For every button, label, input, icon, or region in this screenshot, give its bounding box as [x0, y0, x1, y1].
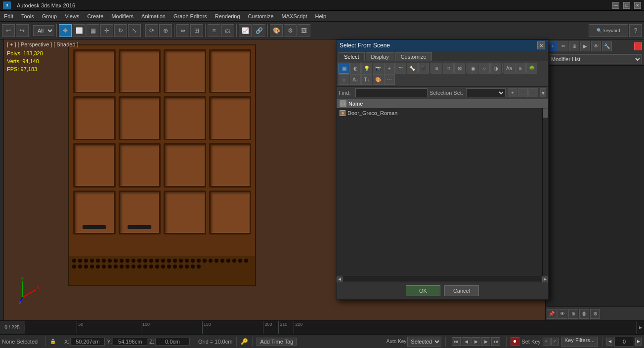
- remove-modifier-button[interactable]: 🗑: [579, 309, 589, 319]
- modify-tab-icon[interactable]: ✏: [558, 41, 568, 51]
- hierarchy-tab-icon[interactable]: ⊞: [569, 41, 579, 51]
- show-result-button[interactable]: 👁: [558, 309, 567, 319]
- select-region-button[interactable]: ⬜: [73, 24, 86, 37]
- redo-button[interactable]: ↪: [16, 24, 29, 37]
- add-to-set-button[interactable]: →: [528, 88, 538, 97]
- dialog-list[interactable]: ◈ Door_Greco_Roman: [337, 108, 548, 276]
- modifier-list-dropdown[interactable]: Modifier List: [548, 54, 642, 64]
- tab-select[interactable]: Select: [339, 52, 365, 61]
- find-input[interactable]: [355, 88, 428, 97]
- hscroll-right-button[interactable]: ▶: [542, 276, 548, 282]
- schematic-view-button[interactable]: 🔗: [253, 24, 265, 37]
- next-frame-button[interactable]: ▶: [481, 337, 490, 346]
- menu-maxscript[interactable]: MAXScript: [278, 12, 311, 20]
- timeline-bar[interactable]: 50 100 150 200 210 220: [25, 321, 636, 334]
- filter-helper-button[interactable]: +: [384, 63, 395, 74]
- close-button[interactable]: ✕: [634, 2, 641, 9]
- mirror-button[interactable]: ⇔: [176, 24, 189, 37]
- menu-graph-editors[interactable]: Graph Editors: [170, 12, 211, 20]
- move-button[interactable]: ✛: [100, 24, 113, 37]
- ok-button[interactable]: OK: [406, 285, 440, 296]
- render-frame-button[interactable]: 🖼: [298, 24, 310, 37]
- make-unique-button[interactable]: ⊕: [568, 309, 578, 319]
- filter-light-button[interactable]: 💡: [361, 63, 372, 74]
- sort-button[interactable]: ↕: [339, 74, 349, 85]
- tab-display[interactable]: Display: [366, 52, 394, 61]
- filter-particle-button[interactable]: ⚫: [418, 63, 429, 74]
- utilities-tab-icon[interactable]: 🔧: [602, 41, 612, 51]
- go-to-end-button[interactable]: ⏭: [491, 337, 500, 346]
- align-button[interactable]: ⊞: [190, 24, 203, 37]
- create-selection-set-button[interactable]: +: [508, 88, 517, 97]
- sort-by-color-button[interactable]: 🎨: [373, 74, 384, 85]
- go-to-start-button[interactable]: ⏮: [452, 337, 461, 346]
- menu-edit[interactable]: Edit: [0, 12, 17, 20]
- add-time-tag-button[interactable]: Add Time Tag: [257, 338, 297, 346]
- tab-customize[interactable]: Customize: [395, 52, 432, 61]
- curve-editor-button[interactable]: 📈: [239, 24, 252, 37]
- layer-manager-button[interactable]: ≡: [208, 24, 220, 37]
- timeline-nav-button[interactable]: ▶: [636, 321, 644, 334]
- rotate-button[interactable]: ↻: [114, 24, 127, 37]
- play-button[interactable]: ▶: [472, 337, 480, 346]
- filter-spacewarp-button[interactable]: 〜: [395, 63, 406, 74]
- delete-selection-set-button[interactable]: —: [518, 88, 528, 97]
- select-region-type-button[interactable]: ▦: [86, 24, 99, 37]
- scrollbar-thumb[interactable]: [543, 108, 548, 118]
- select-button[interactable]: ✥: [59, 24, 72, 37]
- cancel-button[interactable]: Cancel: [444, 285, 479, 296]
- hscroll-track[interactable]: [343, 277, 541, 281]
- search-button[interactable]: 🔍 keyword: [589, 24, 628, 37]
- motion-tab-icon[interactable]: ▶: [580, 41, 590, 51]
- key-filters-button[interactable]: Key Filters...: [561, 337, 598, 347]
- filter-dropdown[interactable]: All: [33, 25, 54, 36]
- sort-by-type-button[interactable]: T↓: [361, 74, 372, 85]
- key-filter-button1[interactable]: ✓: [543, 338, 551, 346]
- scene-explorer-button[interactable]: 🗂: [221, 24, 234, 37]
- create-tab-icon[interactable]: +: [548, 41, 558, 51]
- use-pivot-button[interactable]: ⊕: [159, 24, 172, 37]
- filter-all-button[interactable]: ≡: [431, 63, 442, 74]
- filter-toggle-button[interactable]: ▼: [540, 88, 546, 97]
- menu-customize[interactable]: Customize: [244, 12, 278, 20]
- filter-geo-button[interactable]: ▦: [339, 63, 349, 74]
- set-key-record-button[interactable]: ⏺: [511, 337, 519, 346]
- next-frame-mini-button[interactable]: ▶: [635, 338, 642, 346]
- autokey-dropdown[interactable]: Selected: [407, 337, 441, 347]
- frame-number-input[interactable]: [614, 337, 634, 347]
- menu-tools[interactable]: Tools: [17, 12, 38, 20]
- frame-counter[interactable]: 0 / 225: [0, 325, 25, 330]
- select-all-list-button[interactable]: ◉: [468, 63, 478, 74]
- help-button[interactable]: ?: [629, 24, 642, 37]
- scale-button[interactable]: ⤡: [128, 24, 141, 37]
- minimize-button[interactable]: —: [612, 2, 619, 9]
- menu-views[interactable]: Views: [61, 12, 83, 20]
- select-none-list-button[interactable]: ○: [479, 63, 490, 74]
- hierarchy-view-button[interactable]: 🌳: [526, 63, 537, 74]
- select-invert-list-button[interactable]: ◑: [490, 63, 501, 74]
- filter-bone-button[interactable]: 🦴: [407, 63, 418, 74]
- dialog-close-button[interactable]: ✕: [537, 41, 545, 49]
- render-setup-button[interactable]: ⚙: [284, 24, 297, 37]
- dialog-scrollbar[interactable]: [542, 108, 548, 276]
- menu-group[interactable]: Group: [38, 12, 61, 20]
- case-sensitive-button[interactable]: Aa: [504, 63, 515, 74]
- dialog-title-bar[interactable]: Select From Scene ✕: [337, 40, 548, 51]
- menu-help[interactable]: Help: [311, 12, 331, 20]
- material-editor-button[interactable]: 🎨: [270, 24, 283, 37]
- color-swatch[interactable]: [634, 42, 642, 50]
- display-tab-icon[interactable]: 👁: [591, 41, 601, 51]
- menu-rendering[interactable]: Rendering: [211, 12, 244, 20]
- configure-modifier-sets-button[interactable]: ⚙: [590, 309, 600, 319]
- menu-animation[interactable]: Animation: [137, 12, 170, 20]
- menu-create[interactable]: Create: [83, 12, 107, 20]
- previous-frame-button[interactable]: ◀: [462, 337, 471, 346]
- list-item[interactable]: ◈ Door_Greco_Roman: [337, 108, 548, 118]
- filter-shape-button[interactable]: ◐: [350, 63, 361, 74]
- key-filter-button2[interactable]: ✓: [551, 338, 559, 346]
- prev-frame-mini-button[interactable]: ◀: [606, 338, 613, 346]
- filter-camera-button[interactable]: 📷: [373, 63, 384, 74]
- list-view-button[interactable]: ≡: [515, 63, 526, 74]
- undo-button[interactable]: ↩: [2, 24, 15, 37]
- filter-invert-button[interactable]: ⊠: [454, 63, 465, 74]
